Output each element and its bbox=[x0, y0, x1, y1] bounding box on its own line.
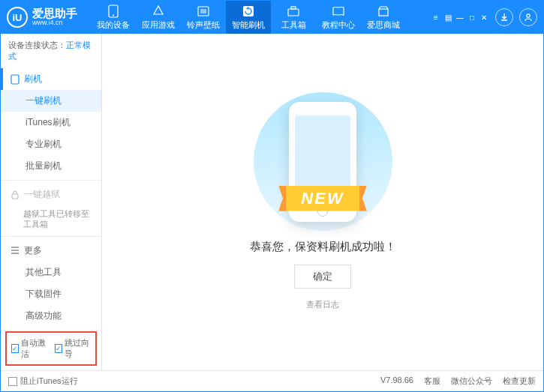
tab-flash[interactable]: 智能刷机 bbox=[226, 1, 271, 34]
phone-icon bbox=[107, 4, 120, 18]
maximize-icon[interactable]: □ bbox=[467, 12, 477, 22]
app-url: www.i4.cn bbox=[32, 19, 77, 27]
user-button[interactable] bbox=[519, 8, 537, 26]
apps-icon bbox=[152, 4, 165, 18]
sidebar-item-oneclick[interactable]: 一键刷机 bbox=[1, 90, 101, 112]
svg-rect-6 bbox=[291, 7, 296, 9]
refresh-icon bbox=[242, 4, 255, 18]
lock-icon bbox=[11, 190, 20, 199]
wallpaper-icon bbox=[197, 4, 210, 18]
version-label: V7.98.66 bbox=[380, 376, 413, 387]
sidebar-item-other[interactable]: 其他工具 bbox=[1, 262, 101, 283]
list-icon bbox=[11, 247, 20, 254]
tab-toolbox[interactable]: 工具箱 bbox=[271, 1, 316, 34]
phone-icon bbox=[11, 74, 20, 85]
section-jailbreak[interactable]: 一键越狱 bbox=[1, 184, 101, 205]
section-flash[interactable]: 刷机 bbox=[1, 68, 101, 90]
checkbox-icon bbox=[8, 377, 17, 386]
store-icon bbox=[377, 4, 390, 18]
footer: 阻止iTunes运行 V7.98.66 客服 微信公众号 检查更新 bbox=[1, 370, 543, 391]
close-icon[interactable]: ✕ bbox=[479, 12, 489, 22]
svg-rect-7 bbox=[379, 9, 388, 16]
sidebar: 设备连接状态：正常模式 刷机 一键刷机 iTunes刷机 专业刷机 批量刷机 一… bbox=[1, 34, 102, 370]
tab-ringtones[interactable]: 铃声壁纸 bbox=[181, 1, 226, 34]
logo-icon: iU bbox=[7, 7, 28, 28]
checkbox-block-itunes[interactable]: 阻止iTunes运行 bbox=[8, 376, 78, 387]
toolbox-icon bbox=[287, 4, 300, 18]
sidebar-item-pro[interactable]: 专业刷机 bbox=[1, 133, 101, 155]
tab-my-device[interactable]: 我的设备 bbox=[91, 1, 136, 34]
check-icon: ✓ bbox=[55, 344, 62, 353]
nav-tabs: 我的设备 应用游戏 铃声壁纸 智能刷机 工具箱 教程中心 爱思商城 bbox=[91, 1, 406, 34]
jailbreak-note: 越狱工具已转移至工具箱 bbox=[1, 205, 101, 233]
svg-rect-9 bbox=[11, 75, 19, 84]
checkbox-skip-guide[interactable]: ✓跳过向导 bbox=[55, 337, 91, 360]
sidebar-item-itunes[interactable]: iTunes刷机 bbox=[1, 112, 101, 133]
skin-icon[interactable]: ▤ bbox=[443, 12, 453, 22]
update-link[interactable]: 检查更新 bbox=[503, 376, 536, 387]
menu-icon[interactable]: ≡ bbox=[431, 12, 441, 22]
sidebar-item-batch[interactable]: 批量刷机 bbox=[1, 155, 101, 177]
service-link[interactable]: 客服 bbox=[424, 376, 440, 387]
titlebar: iU 爱思助手 www.i4.cn 我的设备 应用游戏 铃声壁纸 智能刷机 工具… bbox=[1, 1, 543, 34]
view-log-link[interactable]: 查看日志 bbox=[306, 299, 339, 310]
check-icon: ✓ bbox=[11, 344, 19, 353]
svg-point-1 bbox=[113, 14, 114, 16]
wechat-link[interactable]: 微信公众号 bbox=[451, 376, 492, 387]
book-icon bbox=[332, 4, 345, 18]
main-content: NEW 恭喜您，保资料刷机成功啦！ 确定 查看日志 bbox=[102, 34, 543, 370]
minimize-icon[interactable]: — bbox=[455, 12, 465, 22]
tab-store[interactable]: 爱思商城 bbox=[361, 1, 406, 34]
logo: iU 爱思助手 www.i4.cn bbox=[7, 7, 77, 28]
tab-apps[interactable]: 应用游戏 bbox=[136, 1, 181, 34]
section-more[interactable]: 更多 bbox=[1, 240, 101, 262]
window-controls: ≡ ▤ — □ ✕ bbox=[431, 12, 489, 22]
app-name: 爱思助手 bbox=[32, 7, 77, 20]
sidebar-item-download[interactable]: 下载固件 bbox=[1, 283, 101, 305]
checkbox-auto-activate[interactable]: ✓自动激活 bbox=[11, 337, 47, 360]
success-illustration: NEW bbox=[248, 94, 398, 229]
new-banner: NEW bbox=[278, 186, 366, 211]
connection-status: 设备连接状态：正常模式 bbox=[1, 34, 101, 68]
svg-rect-10 bbox=[12, 194, 18, 199]
success-message: 恭喜您，保资料刷机成功啦！ bbox=[250, 240, 396, 254]
app-window: iU 爱思助手 www.i4.cn 我的设备 应用游戏 铃声壁纸 智能刷机 工具… bbox=[0, 0, 544, 392]
svg-rect-5 bbox=[288, 9, 299, 16]
svg-point-8 bbox=[527, 14, 530, 17]
sidebar-item-advanced[interactable]: 高级功能 bbox=[1, 305, 101, 327]
svg-rect-3 bbox=[200, 9, 206, 13]
ok-button[interactable]: 确定 bbox=[294, 265, 351, 289]
checkbox-area: ✓自动激活 ✓跳过向导 bbox=[5, 331, 97, 366]
tab-tutorials[interactable]: 教程中心 bbox=[316, 1, 361, 34]
download-button[interactable] bbox=[495, 8, 513, 26]
